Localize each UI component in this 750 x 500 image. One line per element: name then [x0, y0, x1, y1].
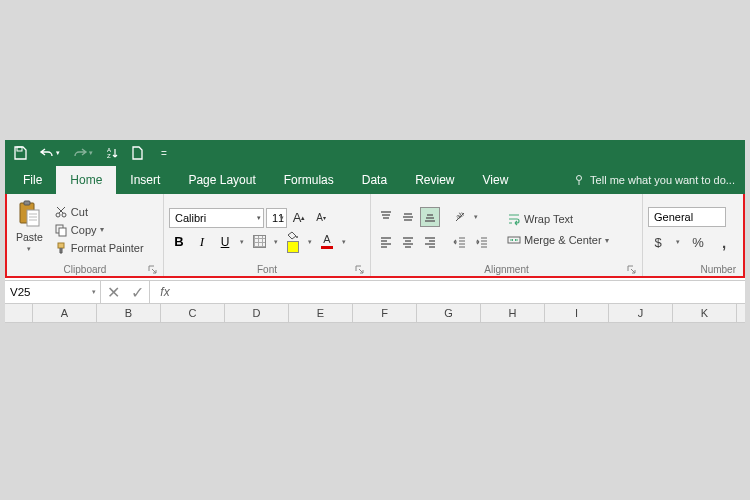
column-header[interactable]: F: [353, 304, 417, 322]
align-right-icon[interactable]: [420, 232, 440, 252]
new-doc-icon[interactable]: [131, 146, 143, 160]
cancel-formula-icon[interactable]: ✕: [101, 283, 125, 302]
name-box[interactable]: V25 ▾: [5, 281, 101, 303]
alignment-launcher-icon[interactable]: [626, 264, 636, 274]
wrap-text-label: Wrap Text: [524, 213, 573, 225]
qat-customize-icon[interactable]: =: [161, 148, 167, 159]
column-header[interactable]: B: [97, 304, 161, 322]
tab-insert[interactable]: Insert: [116, 166, 174, 194]
column-header[interactable]: E: [289, 304, 353, 322]
merge-center-button[interactable]: Merge & Center ▾: [504, 232, 612, 248]
font-color-icon: A: [321, 234, 333, 249]
tab-home[interactable]: Home: [56, 166, 116, 194]
ribbon: Paste ▾ Cut Copy ▾: [7, 194, 743, 276]
svg-point-7: [56, 213, 60, 217]
chevron-down-icon: ▾: [605, 236, 609, 245]
ribbon-highlight-box: Paste ▾ Cut Copy ▾: [5, 194, 745, 278]
save-icon[interactable]: [13, 146, 27, 160]
clipboard-launcher-icon[interactable]: [147, 264, 157, 274]
increase-indent-icon[interactable]: [472, 232, 492, 252]
chevron-down-icon[interactable]: ▾: [674, 238, 682, 246]
border-button[interactable]: [249, 232, 269, 252]
svg-rect-11: [58, 243, 64, 248]
group-alignment: ab▾ Wrap Text: [371, 194, 643, 276]
tab-page-layout[interactable]: Page Layout: [174, 166, 269, 194]
svg-rect-6: [27, 210, 39, 226]
orientation-icon[interactable]: ab: [450, 207, 470, 227]
tab-formulas[interactable]: Formulas: [270, 166, 348, 194]
italic-button[interactable]: I: [192, 232, 212, 252]
select-all-corner[interactable]: [5, 304, 33, 322]
column-header[interactable]: D: [225, 304, 289, 322]
decrease-font-icon[interactable]: A▾: [311, 208, 331, 228]
column-headers: A B C D E F G H I J K: [5, 304, 745, 323]
group-number: General $▾ % , Number: [643, 194, 743, 276]
svg-point-8: [62, 213, 66, 217]
column-header[interactable]: H: [481, 304, 545, 322]
tell-me-search[interactable]: Tell me what you want to do...: [564, 166, 745, 194]
chevron-down-icon[interactable]: ▾: [238, 238, 246, 246]
border-icon: [253, 235, 266, 248]
paste-button[interactable]: Paste ▾: [12, 197, 47, 262]
font-name-combo[interactable]: Calibri▾: [169, 208, 264, 228]
font-color-button[interactable]: A: [317, 232, 337, 252]
tell-me-label: Tell me what you want to do...: [590, 174, 735, 186]
underline-button[interactable]: U: [215, 232, 235, 252]
group-clipboard: Paste ▾ Cut Copy ▾: [7, 194, 164, 276]
chevron-down-icon[interactable]: ▾: [306, 238, 314, 246]
increase-font-icon[interactable]: A▴: [289, 208, 309, 228]
column-header[interactable]: I: [545, 304, 609, 322]
enter-formula-icon[interactable]: ✓: [125, 283, 149, 302]
chevron-down-icon: ▾: [257, 214, 261, 222]
comma-format-icon[interactable]: ,: [714, 232, 734, 252]
tab-view[interactable]: View: [469, 166, 523, 194]
decrease-indent-icon[interactable]: [450, 232, 470, 252]
format-painter-label: Format Painter: [71, 242, 144, 254]
chevron-down-icon[interactable]: ▾: [272, 238, 280, 246]
column-header[interactable]: G: [417, 304, 481, 322]
sort-az-icon[interactable]: AZ: [105, 146, 119, 160]
font-size-combo[interactable]: 11▾: [266, 208, 287, 228]
percent-format-icon[interactable]: %: [688, 232, 708, 252]
align-middle-icon[interactable]: [398, 207, 418, 227]
align-center-icon[interactable]: [398, 232, 418, 252]
align-left-icon[interactable]: [376, 232, 396, 252]
accounting-format-icon[interactable]: $: [648, 232, 668, 252]
column-header[interactable]: A: [33, 304, 97, 322]
ribbon-tabs: File Home Insert Page Layout Formulas Da…: [5, 166, 745, 194]
number-format-combo[interactable]: General: [648, 207, 726, 227]
format-painter-button[interactable]: Format Painter: [51, 240, 147, 256]
formula-bar: V25 ▾ ✕ ✓ fx: [5, 280, 745, 304]
group-label-number: Number: [648, 262, 738, 275]
svg-point-12: [296, 236, 298, 238]
wrap-text-button[interactable]: Wrap Text: [504, 211, 612, 227]
tab-data[interactable]: Data: [348, 166, 401, 194]
cut-button[interactable]: Cut: [51, 204, 147, 220]
align-bottom-icon[interactable]: [420, 207, 440, 227]
bold-button[interactable]: B: [169, 232, 189, 252]
fill-color-button[interactable]: [283, 232, 303, 252]
formula-input[interactable]: [180, 281, 745, 303]
column-header[interactable]: C: [161, 304, 225, 322]
font-launcher-icon[interactable]: [354, 264, 364, 274]
insert-function-button[interactable]: fx: [150, 281, 180, 303]
wrap-text-icon: [507, 212, 521, 226]
tab-review[interactable]: Review: [401, 166, 468, 194]
merge-icon: [507, 233, 521, 247]
column-header[interactable]: K: [673, 304, 737, 322]
tab-file[interactable]: File: [9, 166, 56, 194]
chevron-down-icon: ▾: [100, 225, 104, 234]
svg-point-3: [577, 176, 582, 181]
chevron-down-icon[interactable]: ▾: [472, 213, 480, 221]
svg-rect-14: [508, 237, 520, 243]
group-label-clipboard: Clipboard: [12, 262, 158, 275]
undo-icon[interactable]: ▾: [39, 146, 60, 160]
chevron-down-icon[interactable]: ▾: [340, 238, 348, 246]
chevron-down-icon: ▾: [92, 288, 96, 296]
redo-icon[interactable]: ▾: [72, 146, 93, 160]
align-top-icon[interactable]: [376, 207, 396, 227]
svg-rect-5: [24, 201, 30, 205]
copy-button[interactable]: Copy ▾: [51, 222, 147, 238]
column-header[interactable]: J: [609, 304, 673, 322]
group-label-font: Font: [169, 262, 365, 275]
